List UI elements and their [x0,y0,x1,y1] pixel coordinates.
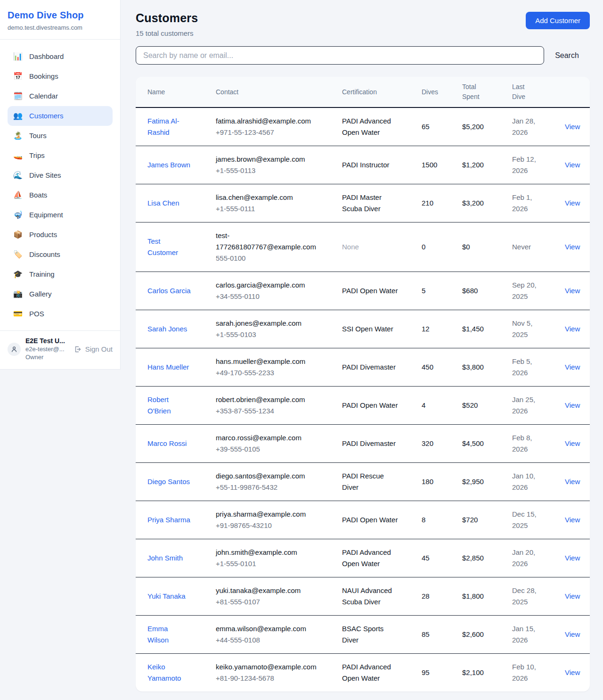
customer-phone: +55-11-99876-5432 [216,482,326,493]
sidebar-item-products[interactable]: 📦Products [8,225,113,245]
view-customer-link[interactable]: View [565,161,580,169]
view-customer-link[interactable]: View [565,243,580,251]
customer-dives-cell: 8 [410,501,450,539]
table-row: Test Customertest-1772681807767@example.… [136,222,590,272]
view-customer-link[interactable]: View [565,592,580,600]
customer-last-dive-cell: Jan 15, 2026 [500,616,553,654]
view-customer-link[interactable]: View [565,516,580,524]
customer-dives-cell: 85 [410,616,450,654]
customer-certification: PADI Advanced Open Water [342,663,391,682]
customer-name-cell: Emma Wilson [136,616,204,654]
sidebar-item-dashboard[interactable]: 📊Dashboard [8,47,113,66]
view-customer-link[interactable]: View [565,287,580,295]
customer-name-cell: Yuki Tanaka [136,577,204,616]
view-customer-link[interactable]: View [565,478,580,486]
customer-total-spent-cell: $1,200 [450,146,500,184]
sidebar-item-training[interactable]: 🎓Training [8,264,113,284]
customer-name-link[interactable]: Priya Sharma [147,514,190,526]
customer-name-link[interactable]: Robert O'Brien [147,394,191,417]
sidebar-item-discounts[interactable]: 🏷️Discounts [8,245,113,264]
sidebar-item-gallery[interactable]: 📸Gallery [8,284,113,304]
customer-total-spent-cell: $2,600 [450,616,500,654]
customer-certification-cell: PADI Open Water [330,387,410,425]
column-header-actions [553,77,590,107]
sidebar-item-bookings[interactable]: 📅Bookings [8,66,113,86]
calendar-icon: 📅 [13,72,23,81]
view-customer-link[interactable]: View [565,363,580,371]
customer-last-dive-cell: Jan 20, 2026 [500,539,553,577]
sidebar-item-customers[interactable]: 👥Customers [8,106,113,126]
customer-total-spent-cell: $1,800 [450,577,500,616]
view-customer-link[interactable]: View [565,439,580,447]
customer-email: test-1772681807767@example.com [216,230,326,253]
customer-total-spent-cell: $2,100 [450,654,500,692]
customer-certification-cell: NAUI Advanced Scuba Diver [330,577,410,616]
add-customer-button[interactable]: Add Customer [526,12,590,29]
customer-name-link[interactable]: Hans Mueller [147,362,189,373]
view-customer-link[interactable]: View [565,630,580,638]
customer-name-link[interactable]: Sarah Jones [147,323,187,335]
credit-card-icon: 💳 [13,309,23,319]
customer-certification-cell: PADI Open Water [330,272,410,310]
table-row: Marco Rossimarco.rossi@example.com+39-55… [136,425,590,463]
sidebar-header: Demo Dive Shop demo.test.divestreams.com [0,0,120,40]
customer-name-link[interactable]: Keiko Yamamoto [147,661,191,684]
search-input[interactable] [136,46,544,65]
view-customer-link[interactable]: View [565,123,580,131]
customer-phone: +1-555-0111 [216,203,326,214]
customer-email: yuki.tanaka@example.com [216,585,326,596]
customer-contact-cell: sarah.jones@example.com+1-555-0103 [204,310,330,348]
wave-icon: 🌊 [13,171,23,180]
customers-table: NameContactCertificationDivesTotal Spent… [136,77,590,692]
customer-certification: PADI Instructor [342,161,390,169]
customer-dives-cell: 28 [410,577,450,616]
sidebar-item-label: Gallery [29,289,52,299]
view-customer-link[interactable]: View [565,199,580,207]
customer-name-cell: Keiko Yamamoto [136,654,204,692]
sidebar-item-boats[interactable]: ⛵Boats [8,185,113,205]
sidebar-nav: 📊Dashboard📅Bookings🗓️Calendar👥Customers🏝… [0,40,120,328]
customer-certification: NAUI Advanced Scuba Diver [342,586,392,606]
sidebar-item-trips[interactable]: 🚤Trips [8,146,113,165]
customer-total-spent-cell: $680 [450,272,500,310]
customer-name-link[interactable]: James Brown [147,159,190,171]
customer-name-link[interactable]: Carlos Garcia [147,285,191,296]
sidebar-item-calendar[interactable]: 🗓️Calendar [8,86,113,106]
sidebar-item-tours[interactable]: 🏝️Tours [8,126,113,146]
customer-contact-cell: yuki.tanaka@example.com+81-555-0107 [204,577,330,616]
customer-dives-cell: 320 [410,425,450,463]
customer-name-link[interactable]: Diego Santos [147,476,190,487]
view-customer-link[interactable]: View [565,325,580,333]
sign-out-button[interactable]: Sign Out [74,345,113,353]
customer-name-link[interactable]: John Smith [147,552,183,564]
customer-certification-cell: PADI Divemaster [330,348,410,387]
customer-view-cell: View [553,222,590,272]
page-title: Customers [136,11,198,25]
customer-dives-cell: 4 [410,387,450,425]
customer-name-link[interactable]: Lisa Chen [147,198,179,209]
customer-total-spent-cell: $3,200 [450,184,500,222]
shop-name: Demo Dive Shop [8,10,113,21]
customer-dives-cell: 450 [410,348,450,387]
customer-last-dive-cell: Feb 10, 2026 [500,654,553,692]
sidebar-item-label: Discounts [29,249,60,260]
customer-email: priya.sharma@example.com [216,509,326,520]
sidebar-item-pos[interactable]: 💳POS [8,304,113,324]
sidebar-item-dive-sites[interactable]: 🌊Dive Sites [8,165,113,185]
customer-name-link[interactable]: Yuki Tanaka [147,591,186,602]
view-customer-link[interactable]: View [565,668,580,676]
customer-name-link[interactable]: Fatima Al-Rashid [147,115,191,138]
table-row: John Smithjohn.smith@example.com+1-555-0… [136,539,590,577]
table-row: Hans Muellerhans.mueller@example.com+49-… [136,348,590,387]
search-button[interactable]: Search [544,51,590,60]
view-customer-link[interactable]: View [565,401,580,409]
customer-name-link[interactable]: Emma Wilson [147,623,191,646]
customer-name-link[interactable]: Test Customer [147,236,191,258]
customer-name-link[interactable]: Marco Rossi [147,438,187,449]
column-header-dives: Dives [410,77,450,107]
view-customer-link[interactable]: View [565,554,580,562]
customer-email: lisa.chen@example.com [216,192,326,203]
sidebar-item-equipment[interactable]: 🤿Equipment [8,205,113,225]
customer-phone: +39-555-0105 [216,444,326,455]
page-subtitle: 15 total customers [136,29,198,37]
